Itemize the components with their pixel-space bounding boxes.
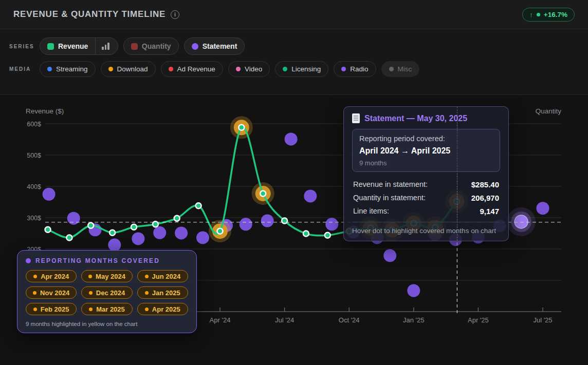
period-duration: 9 months: [359, 159, 493, 167]
month-dot-icon: [89, 291, 93, 295]
media-chip-misc[interactable]: Misc: [381, 61, 420, 77]
statement-dot: [407, 284, 420, 297]
svg-text:Jul '25: Jul '25: [533, 316, 552, 324]
month-chip-feb-2025: Feb 2025: [26, 303, 77, 315]
trend-value: +16.7%: [544, 11, 567, 18]
media-chip-radio[interactable]: Radio: [334, 61, 376, 77]
row-value: 206,970: [471, 194, 499, 202]
media-chip-streaming[interactable]: Streaming: [40, 61, 96, 77]
statement-dot: [153, 226, 166, 239]
month-chip-label: May 2024: [96, 273, 125, 280]
month-chip-label: Apr 2024: [41, 273, 69, 280]
header: REVENUE & QUANTITY TIMELINE i ↑ +16.7%: [0, 0, 588, 29]
media-chip-licensing[interactable]: Licensing: [275, 61, 328, 77]
series-row: SERIES RevenueQuantityStatement: [9, 37, 588, 55]
tooltip-vertical-marker: [457, 107, 457, 241]
month-dot-icon: [33, 275, 37, 278]
month-chip-mar-2025: Mar 2025: [81, 303, 132, 315]
months-popup-title: REPORTING MONTHS COVERED: [35, 257, 160, 264]
statement-dot-icon: [26, 258, 31, 263]
svg-text:400$: 400$: [27, 183, 41, 190]
series-chip-label: Quantity: [142, 42, 171, 50]
media-chip-download[interactable]: Download: [101, 61, 156, 77]
trend-up-arrow-icon: ↑: [529, 11, 533, 18]
media-dot-icon: [47, 67, 52, 71]
month-chip-label: Dec 2024: [96, 289, 125, 297]
revenue-point: [45, 227, 51, 233]
media-row-label: MEDIA: [9, 66, 40, 72]
media-chip-label: Radio: [350, 65, 368, 73]
media-chip-label: Licensing: [291, 65, 321, 73]
statement-dot: [383, 249, 396, 262]
statement-dot: [132, 232, 144, 245]
media-dot-icon: [236, 67, 241, 71]
row-value: 9,147: [480, 207, 499, 216]
revenue-point: [325, 233, 330, 238]
month-dot-icon: [145, 308, 149, 311]
month-dot-icon: [145, 291, 149, 295]
series-chips: RevenueQuantityStatement: [40, 37, 245, 55]
media-chip-label: Download: [117, 65, 148, 73]
revenue-point: [238, 125, 244, 130]
media-row: MEDIA StreamingDownloadAd RevenueVideoLi…: [9, 61, 588, 77]
revenue-point: [109, 230, 115, 236]
revenue-point: [131, 224, 137, 230]
covered-months-grid: Apr 2024May 2024Jun 2024Nov 2024Dec 2024…: [26, 270, 188, 315]
svg-text:Jan '25: Jan '25: [403, 316, 425, 324]
month-dot-icon: [33, 308, 37, 311]
filters-panel: SERIES RevenueQuantityStatement MEDIA St…: [0, 30, 588, 95]
series-chip-statement[interactable]: Statement: [184, 37, 245, 55]
reporting-months-popup: REPORTING MONTHS COVERED Apr 2024May 202…: [17, 250, 197, 333]
row-value: $285.40: [471, 180, 499, 189]
statement-dot: [537, 202, 549, 215]
revenue-point: [217, 228, 223, 234]
statement-tooltip: Statement — May 30, 2025 Reporting perio…: [343, 106, 509, 241]
info-icon[interactable]: i: [171, 10, 179, 19]
revenue-point: [66, 235, 72, 241]
revenue-point: [174, 216, 180, 221]
statement-dot: [240, 218, 252, 230]
media-dot-icon: [389, 67, 394, 71]
row-label: Quantity in statement:: [353, 194, 426, 202]
hovered-statement-dot[interactable]: [507, 207, 536, 236]
month-chip-label: Feb 2025: [41, 305, 69, 313]
month-chip-jun-2024: Jun 2024: [137, 270, 188, 282]
tooltip-row-line-items: Line items: 9,147: [352, 204, 500, 218]
month-dot-icon: [145, 275, 149, 278]
month-chip-jan-2025: Jan 2025: [137, 286, 188, 299]
month-chip-may-2024: May 2024: [81, 270, 132, 282]
month-dot-icon: [88, 275, 92, 278]
month-chip-apr-2025: Apr 2025: [137, 303, 188, 315]
svg-text:Apr '25: Apr '25: [468, 316, 489, 324]
media-chip-ad-revenue[interactable]: Ad Revenue: [161, 61, 223, 77]
row-label: Line items:: [353, 207, 389, 215]
month-chip-dec-2024: Dec 2024: [81, 286, 132, 299]
month-chip-label: Apr 2025: [152, 305, 180, 313]
series-chip-revenue[interactable]: Revenue: [40, 37, 118, 55]
trend-dot-icon: [537, 13, 540, 16]
media-chip-label: Streaming: [56, 65, 88, 73]
series-row-label: SERIES: [9, 44, 40, 49]
svg-text:Apr '24: Apr '24: [210, 316, 231, 324]
month-dot-icon: [33, 291, 36, 295]
chip-divider: [95, 37, 96, 55]
media-dot-icon: [341, 67, 346, 71]
svg-text:Oct '24: Oct '24: [339, 316, 360, 324]
period-value: April 2024 → April 2025: [359, 146, 493, 156]
media-chip-label: Ad Revenue: [177, 65, 215, 73]
month-dot-icon: [89, 308, 93, 311]
tooltip-footer-hint: Hover dot to highlight covered months on…: [352, 222, 500, 235]
revenue-point: [88, 223, 94, 228]
document-icon: [352, 113, 360, 123]
statement-dot: [67, 212, 80, 225]
media-dot-icon: [108, 67, 113, 71]
svg-text:Jul '24: Jul '24: [275, 316, 294, 324]
revenue-point: [196, 203, 201, 208]
month-chip-label: Mar 2025: [96, 305, 125, 313]
series-chip-quantity[interactable]: Quantity: [123, 37, 179, 55]
statement-dot: [304, 189, 317, 202]
media-chip-video[interactable]: Video: [228, 61, 270, 77]
revenue-point: [303, 231, 309, 237]
series-swatch-icon: [192, 43, 198, 50]
bar-chart-icon[interactable]: [101, 43, 111, 50]
